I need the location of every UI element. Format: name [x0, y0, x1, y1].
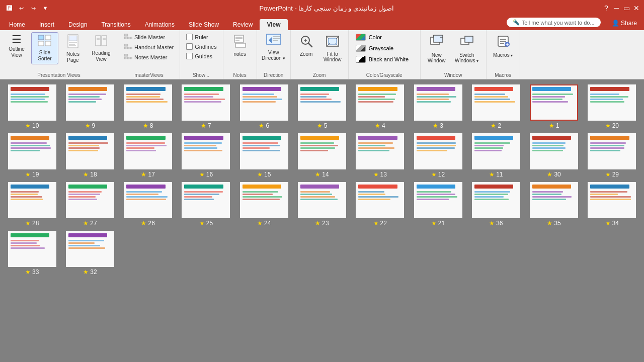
svg-rect-25 — [127, 57, 129, 59]
slide-thumb[interactable]: ★30 — [527, 133, 581, 178]
slide-thumb[interactable]: ★15 — [237, 133, 291, 178]
show-group: Ruler Gridlines Guides Show ⌄ — [180, 30, 223, 79]
customize-qat-button[interactable]: ▼ — [40, 3, 50, 13]
color-button[interactable]: Color — [352, 32, 417, 42]
slide-thumb[interactable]: ★5 — [295, 84, 349, 129]
slide-thumb[interactable]: ★25 — [179, 182, 233, 227]
share-button[interactable]: 👤 Share — [605, 18, 644, 29]
slide-thumb[interactable]: ★7 — [179, 84, 233, 129]
slide-thumb[interactable]: ★1 — [527, 84, 581, 129]
slide-thumb[interactable]: ★32 — [63, 231, 117, 276]
restore-button[interactable]: ▭ — [623, 5, 630, 12]
slide-thumb[interactable]: ★9 — [63, 84, 117, 129]
star-icon: ★ — [605, 171, 611, 178]
slide-thumb[interactable]: ★6 — [237, 84, 291, 129]
svg-rect-52 — [465, 36, 473, 42]
slide-thumb[interactable]: ★23 — [295, 182, 349, 227]
star-icon: ★ — [25, 220, 31, 227]
slide-thumbnail-image — [356, 84, 404, 121]
tab-transitions[interactable]: Transitions — [94, 19, 137, 30]
slide-thumbnail-image — [8, 231, 56, 267]
slide-thumb[interactable]: ★33 — [5, 231, 59, 276]
slide-meta: ★5 — [317, 122, 328, 129]
svg-rect-21 — [127, 47, 129, 49]
slide-thumb[interactable]: ★11 — [469, 133, 523, 178]
slide-thumb[interactable]: ★28 — [5, 182, 59, 227]
tab-view[interactable]: View — [260, 19, 287, 30]
slide-meta: ★23 — [315, 220, 329, 227]
notes-button[interactable]: notes — [226, 32, 254, 59]
slide-thumb[interactable]: ★34 — [585, 182, 639, 227]
undo-button[interactable]: ↩ — [16, 3, 26, 13]
close-button[interactable]: ✕ — [633, 5, 640, 12]
reading-view-button[interactable]: ReadingView — [88, 32, 115, 64]
slide-thumb[interactable]: ★4 — [353, 84, 407, 129]
slide-thumb[interactable]: ★36 — [469, 182, 523, 227]
slide-thumb[interactable]: ★21 — [411, 182, 465, 227]
slide-thumb[interactable]: ★18 — [63, 133, 117, 178]
slide-thumb[interactable]: ★24 — [237, 182, 291, 227]
fit-to-window-button[interactable]: Fit toWindow — [320, 32, 345, 64]
tab-review[interactable]: Review — [226, 19, 260, 30]
tell-me-input[interactable]: 🔦 Tell me what you want to do... — [507, 18, 601, 27]
tab-animations[interactable]: Animations — [138, 19, 182, 30]
slide-thumb[interactable]: ★26 — [121, 182, 175, 227]
slide-thumb[interactable]: ★13 — [353, 133, 407, 178]
minimize-button[interactable]: ─ — [613, 5, 620, 12]
tab-design[interactable]: Design — [61, 19, 94, 30]
new-window-icon — [430, 34, 444, 51]
tab-insert[interactable]: Insert — [32, 19, 61, 30]
slide-thumb[interactable]: ★17 — [121, 133, 175, 178]
svg-rect-20 — [124, 47, 126, 49]
outline-view-button[interactable]: ☰ OutlineView — [3, 32, 30, 60]
gridlines-checkbox[interactable]: Gridlines — [183, 42, 219, 51]
slide-thumb[interactable]: ★22 — [353, 182, 407, 227]
color-label: Color — [369, 34, 382, 40]
redo-button[interactable]: ↪ — [28, 3, 38, 13]
slide-thumb[interactable]: ★8 — [121, 84, 175, 129]
slide-thumbnail-image — [472, 133, 520, 169]
slide-number: 15 — [264, 171, 271, 178]
switch-windows-button[interactable]: SwitchWindows ▾ — [451, 32, 483, 65]
new-window-button[interactable]: NewWindow — [424, 32, 450, 65]
slide-thumb[interactable]: ★27 — [63, 182, 117, 227]
grayscale-button[interactable]: Grayscale — [352, 43, 417, 53]
slide-thumb[interactable]: ★2 — [469, 84, 523, 129]
tab-home[interactable]: Home — [2, 19, 32, 30]
slide-thumbnail-image — [414, 182, 462, 218]
view-direction-button[interactable]: ViewDirection ▾ — [260, 32, 287, 62]
notes-page-button[interactable]: NotesPage — [59, 32, 87, 65]
tab-slideshow[interactable]: Slide Show — [182, 19, 226, 30]
guides-checkbox[interactable]: Guides — [183, 51, 219, 61]
slide-panel[interactable]: ★10★9★8★7★6★5★4★3★2★1★20★19★18★17★16★15★… — [0, 79, 644, 362]
show-dialog-launcher[interactable]: ⌄ — [206, 73, 210, 78]
slide-thumbnail-image — [472, 84, 520, 121]
macros-group-label: Macros — [495, 72, 511, 78]
slide-thumb[interactable]: ★16 — [179, 133, 233, 178]
notes-group: notes Notes — [223, 30, 257, 79]
slide-master-button[interactable]: Slide Master — [121, 32, 177, 42]
slide-number: 24 — [264, 220, 271, 227]
slide-thumb[interactable]: ★20 — [585, 84, 639, 129]
zoom-button[interactable]: Zoom — [294, 32, 319, 59]
notes-master-button[interactable]: Notes Master — [121, 52, 177, 62]
star-icon: ★ — [85, 122, 91, 129]
slide-thumb[interactable]: ★29 — [585, 133, 639, 178]
slide-meta: ★34 — [605, 220, 619, 227]
slide-thumb[interactable]: ★3 — [411, 84, 465, 129]
macros-button[interactable]: Macros ▾ — [490, 32, 517, 60]
bw-swatch — [356, 56, 366, 63]
slide-thumb[interactable]: ★12 — [411, 133, 465, 178]
slide-thumbnail-image — [298, 182, 346, 218]
slide-thumb[interactable]: ★19 — [5, 133, 59, 178]
slide-thumb[interactable]: ★14 — [295, 133, 349, 178]
black-white-button[interactable]: Black and White — [352, 54, 417, 64]
handout-master-button[interactable]: Handout Master — [121, 42, 177, 52]
slide-meta: ★13 — [373, 171, 387, 178]
slide-sorter-button[interactable]: SlideSorter — [31, 32, 58, 64]
slide-thumb[interactable]: ★35 — [527, 182, 581, 227]
slide-thumb[interactable]: ★10 — [5, 84, 59, 129]
slide-meta: ★6 — [259, 122, 269, 129]
help-button[interactable]: ? — [603, 5, 610, 12]
ruler-checkbox[interactable]: Ruler — [183, 32, 219, 42]
